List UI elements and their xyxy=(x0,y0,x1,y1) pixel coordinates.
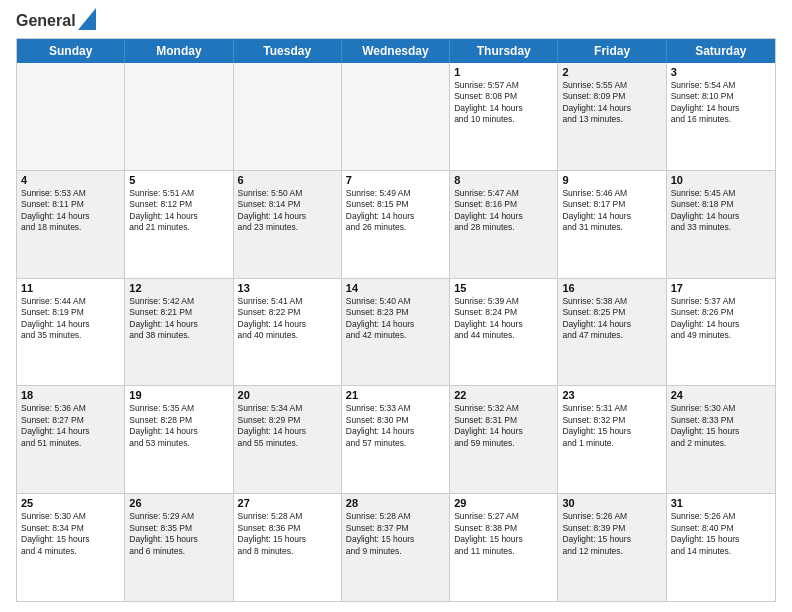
day-number: 31 xyxy=(671,497,771,509)
cell-daylight-info: Sunrise: 5:55 AM Sunset: 8:09 PM Dayligh… xyxy=(562,80,661,126)
calendar-cell: 26Sunrise: 5:29 AM Sunset: 8:35 PM Dayli… xyxy=(125,494,233,601)
day-number: 4 xyxy=(21,174,120,186)
calendar-cell: 24Sunrise: 5:30 AM Sunset: 8:33 PM Dayli… xyxy=(667,386,775,493)
calendar-cell: 25Sunrise: 5:30 AM Sunset: 8:34 PM Dayli… xyxy=(17,494,125,601)
calendar-cell xyxy=(342,63,450,170)
calendar-cell: 22Sunrise: 5:32 AM Sunset: 8:31 PM Dayli… xyxy=(450,386,558,493)
cell-daylight-info: Sunrise: 5:57 AM Sunset: 8:08 PM Dayligh… xyxy=(454,80,553,126)
calendar-cell: 18Sunrise: 5:36 AM Sunset: 8:27 PM Dayli… xyxy=(17,386,125,493)
cell-daylight-info: Sunrise: 5:38 AM Sunset: 8:25 PM Dayligh… xyxy=(562,296,661,342)
day-number: 27 xyxy=(238,497,337,509)
day-number: 28 xyxy=(346,497,445,509)
cell-daylight-info: Sunrise: 5:51 AM Sunset: 8:12 PM Dayligh… xyxy=(129,188,228,234)
calendar-cell: 23Sunrise: 5:31 AM Sunset: 8:32 PM Dayli… xyxy=(558,386,666,493)
logo: General xyxy=(16,12,96,30)
cell-daylight-info: Sunrise: 5:29 AM Sunset: 8:35 PM Dayligh… xyxy=(129,511,228,557)
cell-daylight-info: Sunrise: 5:39 AM Sunset: 8:24 PM Dayligh… xyxy=(454,296,553,342)
cell-daylight-info: Sunrise: 5:27 AM Sunset: 8:38 PM Dayligh… xyxy=(454,511,553,557)
cell-daylight-info: Sunrise: 5:37 AM Sunset: 8:26 PM Dayligh… xyxy=(671,296,771,342)
day-number: 29 xyxy=(454,497,553,509)
calendar-header-row: SundayMondayTuesdayWednesdayThursdayFrid… xyxy=(17,39,775,63)
cell-daylight-info: Sunrise: 5:35 AM Sunset: 8:28 PM Dayligh… xyxy=(129,403,228,449)
calendar-cell xyxy=(125,63,233,170)
calendar-body: 1Sunrise: 5:57 AM Sunset: 8:08 PM Daylig… xyxy=(17,63,775,601)
day-number: 2 xyxy=(562,66,661,78)
svg-marker-0 xyxy=(78,8,96,30)
day-number: 3 xyxy=(671,66,771,78)
calendar-cell: 10Sunrise: 5:45 AM Sunset: 8:18 PM Dayli… xyxy=(667,171,775,278)
calendar-cell: 31Sunrise: 5:26 AM Sunset: 8:40 PM Dayli… xyxy=(667,494,775,601)
cell-daylight-info: Sunrise: 5:26 AM Sunset: 8:40 PM Dayligh… xyxy=(671,511,771,557)
cell-daylight-info: Sunrise: 5:49 AM Sunset: 8:15 PM Dayligh… xyxy=(346,188,445,234)
cell-daylight-info: Sunrise: 5:50 AM Sunset: 8:14 PM Dayligh… xyxy=(238,188,337,234)
calendar-week-row: 18Sunrise: 5:36 AM Sunset: 8:27 PM Dayli… xyxy=(17,386,775,494)
day-number: 10 xyxy=(671,174,771,186)
cell-daylight-info: Sunrise: 5:42 AM Sunset: 8:21 PM Dayligh… xyxy=(129,296,228,342)
cal-header-day: Saturday xyxy=(667,39,775,63)
day-number: 24 xyxy=(671,389,771,401)
cell-daylight-info: Sunrise: 5:26 AM Sunset: 8:39 PM Dayligh… xyxy=(562,511,661,557)
cal-header-day: Monday xyxy=(125,39,233,63)
calendar-cell: 17Sunrise: 5:37 AM Sunset: 8:26 PM Dayli… xyxy=(667,279,775,386)
calendar-cell: 27Sunrise: 5:28 AM Sunset: 8:36 PM Dayli… xyxy=(234,494,342,601)
cal-header-day: Thursday xyxy=(450,39,558,63)
calendar-cell: 3Sunrise: 5:54 AM Sunset: 8:10 PM Daylig… xyxy=(667,63,775,170)
day-number: 12 xyxy=(129,282,228,294)
day-number: 16 xyxy=(562,282,661,294)
cell-daylight-info: Sunrise: 5:30 AM Sunset: 8:34 PM Dayligh… xyxy=(21,511,120,557)
day-number: 15 xyxy=(454,282,553,294)
cell-daylight-info: Sunrise: 5:54 AM Sunset: 8:10 PM Dayligh… xyxy=(671,80,771,126)
calendar-cell: 21Sunrise: 5:33 AM Sunset: 8:30 PM Dayli… xyxy=(342,386,450,493)
day-number: 19 xyxy=(129,389,228,401)
cell-daylight-info: Sunrise: 5:33 AM Sunset: 8:30 PM Dayligh… xyxy=(346,403,445,449)
cal-header-day: Sunday xyxy=(17,39,125,63)
day-number: 21 xyxy=(346,389,445,401)
cell-daylight-info: Sunrise: 5:41 AM Sunset: 8:22 PM Dayligh… xyxy=(238,296,337,342)
day-number: 17 xyxy=(671,282,771,294)
calendar-cell: 13Sunrise: 5:41 AM Sunset: 8:22 PM Dayli… xyxy=(234,279,342,386)
calendar-cell: 5Sunrise: 5:51 AM Sunset: 8:12 PM Daylig… xyxy=(125,171,233,278)
calendar-cell: 16Sunrise: 5:38 AM Sunset: 8:25 PM Dayli… xyxy=(558,279,666,386)
cal-header-day: Friday xyxy=(558,39,666,63)
day-number: 1 xyxy=(454,66,553,78)
cell-daylight-info: Sunrise: 5:47 AM Sunset: 8:16 PM Dayligh… xyxy=(454,188,553,234)
logo-triangle-icon xyxy=(78,8,96,30)
cell-daylight-info: Sunrise: 5:30 AM Sunset: 8:33 PM Dayligh… xyxy=(671,403,771,449)
day-number: 14 xyxy=(346,282,445,294)
cell-daylight-info: Sunrise: 5:28 AM Sunset: 8:37 PM Dayligh… xyxy=(346,511,445,557)
calendar-cell: 29Sunrise: 5:27 AM Sunset: 8:38 PM Dayli… xyxy=(450,494,558,601)
calendar-week-row: 25Sunrise: 5:30 AM Sunset: 8:34 PM Dayli… xyxy=(17,494,775,601)
day-number: 23 xyxy=(562,389,661,401)
day-number: 26 xyxy=(129,497,228,509)
day-number: 5 xyxy=(129,174,228,186)
cell-daylight-info: Sunrise: 5:46 AM Sunset: 8:17 PM Dayligh… xyxy=(562,188,661,234)
logo-line1: General xyxy=(16,12,76,30)
calendar-cell: 14Sunrise: 5:40 AM Sunset: 8:23 PM Dayli… xyxy=(342,279,450,386)
cal-header-day: Wednesday xyxy=(342,39,450,63)
cell-daylight-info: Sunrise: 5:53 AM Sunset: 8:11 PM Dayligh… xyxy=(21,188,120,234)
day-number: 22 xyxy=(454,389,553,401)
header: General xyxy=(16,12,776,30)
cal-header-day: Tuesday xyxy=(234,39,342,63)
calendar-week-row: 4Sunrise: 5:53 AM Sunset: 8:11 PM Daylig… xyxy=(17,171,775,279)
day-number: 11 xyxy=(21,282,120,294)
calendar-cell xyxy=(234,63,342,170)
day-number: 25 xyxy=(21,497,120,509)
logo-name: General xyxy=(16,12,76,30)
calendar-cell: 8Sunrise: 5:47 AM Sunset: 8:16 PM Daylig… xyxy=(450,171,558,278)
calendar-cell: 20Sunrise: 5:34 AM Sunset: 8:29 PM Dayli… xyxy=(234,386,342,493)
day-number: 13 xyxy=(238,282,337,294)
calendar-cell: 28Sunrise: 5:28 AM Sunset: 8:37 PM Dayli… xyxy=(342,494,450,601)
day-number: 20 xyxy=(238,389,337,401)
calendar-cell: 9Sunrise: 5:46 AM Sunset: 8:17 PM Daylig… xyxy=(558,171,666,278)
cell-daylight-info: Sunrise: 5:32 AM Sunset: 8:31 PM Dayligh… xyxy=(454,403,553,449)
cell-daylight-info: Sunrise: 5:40 AM Sunset: 8:23 PM Dayligh… xyxy=(346,296,445,342)
day-number: 6 xyxy=(238,174,337,186)
day-number: 18 xyxy=(21,389,120,401)
page: General SundayMondayTuesdayWednesdayThur… xyxy=(0,0,792,612)
calendar-cell: 2Sunrise: 5:55 AM Sunset: 8:09 PM Daylig… xyxy=(558,63,666,170)
cell-daylight-info: Sunrise: 5:31 AM Sunset: 8:32 PM Dayligh… xyxy=(562,403,661,449)
calendar-cell: 19Sunrise: 5:35 AM Sunset: 8:28 PM Dayli… xyxy=(125,386,233,493)
calendar-cell: 7Sunrise: 5:49 AM Sunset: 8:15 PM Daylig… xyxy=(342,171,450,278)
calendar-cell: 4Sunrise: 5:53 AM Sunset: 8:11 PM Daylig… xyxy=(17,171,125,278)
